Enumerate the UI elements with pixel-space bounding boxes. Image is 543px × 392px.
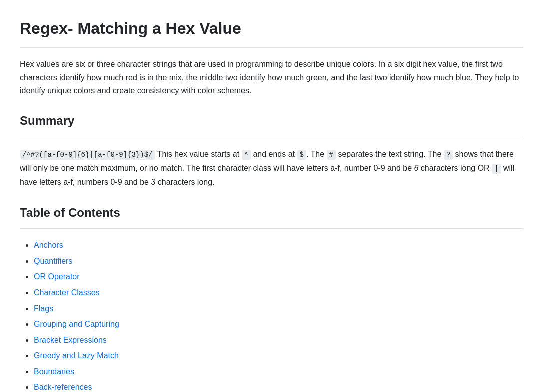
summary-divider	[20, 137, 523, 137]
summary-text-7b: characters long.	[155, 178, 214, 186]
toc-link-bracket-expressions[interactable]: Bracket Expressions	[34, 336, 107, 344]
q-code: ?	[444, 150, 453, 160]
caret-code: ^	[242, 150, 251, 160]
toc-link-or-operator[interactable]: OR Operator	[34, 272, 80, 281]
summary-italic-3: 3	[151, 178, 155, 186]
pipe-code: |	[492, 164, 501, 174]
list-item: Quantifiers	[34, 255, 523, 268]
list-item: Greedy and Lazy Match	[34, 349, 523, 362]
toc-link-greedy-and-lazy-match[interactable]: Greedy and Lazy Match	[34, 351, 119, 360]
toc-link-grouping-and-capturing[interactable]: Grouping and Capturing	[34, 320, 119, 328]
list-item: OR Operator	[34, 270, 523, 283]
list-item: Grouping and Capturing	[34, 318, 523, 331]
summary-section: Summary /^#?([a-f0-9]{6}|[a-f0-9]{3})$/ …	[20, 111, 523, 189]
list-item: Back-references	[34, 381, 523, 392]
title-divider	[20, 47, 523, 48]
regex-code: /^#?([a-f0-9]{6}|[a-f0-9]{3})$/	[20, 150, 155, 160]
toc-link-character-classes[interactable]: Character Classes	[34, 288, 100, 297]
list-item: Anchors	[34, 239, 523, 252]
list-item: Character Classes	[34, 286, 523, 299]
toc-list: AnchorsQuantifiersOR OperatorCharacter C…	[20, 239, 523, 392]
toc-section: Table of Contents AnchorsQuantifiersOR O…	[20, 203, 523, 392]
summary-text-3: . The	[306, 150, 327, 158]
toc-link-anchors[interactable]: Anchors	[34, 241, 63, 249]
list-item: Boundaries	[34, 365, 523, 378]
list-item: Bracket Expressions	[34, 334, 523, 347]
toc-link-back-references[interactable]: Back-references	[34, 383, 92, 391]
summary-text-1: This hex value starts at	[155, 150, 241, 158]
toc-heading: Table of Contents	[20, 203, 523, 222]
dollar-code: $	[297, 150, 306, 160]
summary-paragraph: /^#?([a-f0-9]{6}|[a-f0-9]{3})$/ This hex…	[20, 147, 523, 189]
list-item: Flags	[34, 302, 523, 315]
page-title: Regex- Matching a Hex Value	[20, 16, 523, 41]
toc-link-flags[interactable]: Flags	[34, 304, 53, 313]
hash-code: #	[327, 150, 336, 160]
summary-text-2: and ends at	[251, 150, 297, 158]
summary-text-6b: characters long OR	[418, 164, 492, 172]
intro-paragraph: Hex values are six or three character st…	[20, 58, 523, 97]
toc-link-boundaries[interactable]: Boundaries	[34, 367, 74, 376]
toc-divider	[20, 228, 523, 229]
summary-text-4: separates the text string. The	[336, 150, 444, 158]
summary-heading: Summary	[20, 111, 523, 130]
toc-link-quantifiers[interactable]: Quantifiers	[34, 257, 72, 265]
